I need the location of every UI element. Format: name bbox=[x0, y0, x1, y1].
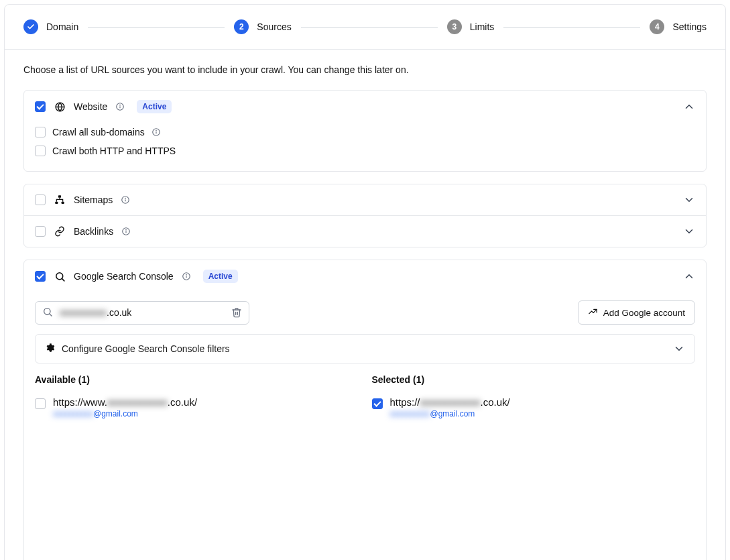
search-icon bbox=[42, 306, 53, 319]
website-panel: Website Active Crawl all sub-domains bbox=[23, 90, 707, 172]
sitemaps-header[interactable]: Sitemaps bbox=[24, 184, 706, 215]
chevron-up-icon[interactable] bbox=[683, 270, 695, 282]
step-line bbox=[503, 27, 640, 27]
chevron-down-icon[interactable] bbox=[683, 225, 695, 237]
step-label: Limits bbox=[470, 21, 495, 32]
crawl-http-https-checkbox[interactable] bbox=[35, 146, 46, 156]
selected-title: Selected (1) bbox=[372, 374, 696, 385]
website-title: Website bbox=[74, 101, 107, 112]
backlinks-header[interactable]: Backlinks bbox=[24, 216, 706, 247]
info-icon[interactable] bbox=[121, 227, 131, 236]
info-icon[interactable] bbox=[115, 102, 125, 111]
svg-point-20 bbox=[186, 274, 186, 275]
crawl-http-https-row[interactable]: Crawl both HTTP and HTTPS bbox=[35, 142, 695, 160]
active-badge: Active bbox=[137, 100, 172, 113]
step-line bbox=[88, 27, 225, 27]
chevron-down-icon[interactable] bbox=[683, 194, 695, 206]
selected-column: Selected (1) https://xxxxxxxxxxxx.co.uk/… bbox=[372, 374, 696, 550]
svg-point-15 bbox=[126, 229, 127, 230]
gsc-search-value[interactable]: xxxxxxxxxx.co.uk bbox=[60, 307, 225, 318]
svg-rect-7 bbox=[58, 195, 61, 197]
gsc-toolbar: xxxxxxxxxx.co.uk Add Google account bbox=[24, 292, 706, 334]
search-icon bbox=[54, 270, 66, 282]
trend-icon bbox=[588, 306, 598, 319]
gsc-configure-filters-label: Configure Google Search Console filters bbox=[62, 343, 230, 354]
crawl-subdomains-row[interactable]: Crawl all sub-domains bbox=[35, 123, 695, 142]
info-icon[interactable] bbox=[182, 272, 191, 281]
active-badge: Active bbox=[203, 270, 238, 283]
website-panel-header[interactable]: Website Active bbox=[24, 91, 706, 123]
crawl-http-https-label: Crawl both HTTP and HTTPS bbox=[52, 146, 176, 156]
step-limits[interactable]: 3 Limits bbox=[447, 19, 495, 34]
wizard-stepper: Domain 2 Sources 3 Limits 4 Settings bbox=[5, 5, 725, 49]
selected-property-checkbox[interactable] bbox=[372, 398, 383, 409]
sitemaps-checkbox[interactable] bbox=[35, 194, 46, 205]
secondary-sources-panel: Sitemaps Backlinks bbox=[23, 184, 707, 247]
crawl-subdomains-checkbox[interactable] bbox=[35, 127, 46, 137]
selected-property-row[interactable]: https://xxxxxxxxxxxx.co.uk/ xxxxxxxxxx@g… bbox=[372, 396, 696, 418]
svg-point-12 bbox=[125, 198, 126, 199]
available-property-url: https://www.xxxxxxxxxxxx.co.uk/ bbox=[53, 396, 197, 409]
backlinks-title: Backlinks bbox=[74, 226, 113, 237]
intro-text: Choose a list of URL sources you want to… bbox=[23, 64, 707, 75]
available-property-checkbox[interactable] bbox=[35, 398, 46, 409]
gsc-checkbox[interactable] bbox=[35, 271, 46, 282]
gsc-configure-filters[interactable]: Configure Google Search Console filters bbox=[35, 334, 695, 363]
trash-icon[interactable] bbox=[231, 307, 242, 318]
info-icon[interactable] bbox=[151, 127, 161, 137]
sitemaps-title: Sitemaps bbox=[74, 194, 113, 205]
link-icon bbox=[54, 225, 66, 237]
svg-point-3 bbox=[120, 105, 121, 105]
website-panel-body: Crawl all sub-domains Crawl both HTTP an… bbox=[24, 123, 706, 171]
globe-icon bbox=[54, 101, 66, 113]
gear-icon bbox=[45, 343, 55, 355]
content-area: Choose a list of URL sources you want to… bbox=[5, 50, 725, 560]
svg-point-6 bbox=[156, 130, 156, 131]
step-label: Settings bbox=[672, 21, 707, 32]
svg-line-17 bbox=[62, 278, 64, 281]
chevron-up-icon[interactable] bbox=[683, 101, 695, 113]
website-checkbox[interactable] bbox=[35, 101, 46, 112]
available-column: Available (1) https://www.xxxxxxxxxxxx.c… bbox=[35, 374, 359, 550]
available-title: Available (1) bbox=[35, 374, 359, 385]
crawl-subdomains-label: Crawl all sub-domains bbox=[52, 127, 145, 137]
add-google-account-label: Add Google account bbox=[603, 308, 685, 318]
available-property-row[interactable]: https://www.xxxxxxxxxxxx.co.uk/ xxxxxxxx… bbox=[35, 396, 359, 418]
backlinks-checkbox[interactable] bbox=[35, 226, 46, 237]
step-label: Domain bbox=[46, 21, 78, 32]
step-label: Sources bbox=[257, 21, 291, 32]
info-icon[interactable] bbox=[121, 195, 130, 205]
check-icon bbox=[23, 19, 38, 34]
gsc-columns: Available (1) https://www.xxxxxxxxxxxx.c… bbox=[24, 374, 706, 559]
selected-property-url: https://xxxxxxxxxxxx.co.uk/ bbox=[390, 396, 510, 409]
available-property-email: xxxxxxxxxx@gmail.com bbox=[53, 409, 197, 418]
sitemap-icon bbox=[54, 194, 66, 206]
gsc-panel: Google Search Console Active xxxxxxxxxx.… bbox=[23, 260, 707, 560]
step-line bbox=[301, 27, 438, 27]
add-google-account-button[interactable]: Add Google account bbox=[578, 300, 695, 325]
step-number-icon: 3 bbox=[447, 19, 462, 34]
step-domain[interactable]: Domain bbox=[23, 19, 78, 34]
svg-rect-8 bbox=[55, 202, 58, 204]
gsc-search-input-wrap[interactable]: xxxxxxxxxx.co.uk bbox=[35, 301, 249, 325]
step-sources[interactable]: 2 Sources bbox=[234, 19, 291, 34]
svg-line-22 bbox=[50, 313, 52, 315]
selected-property-email: xxxxxxxxxx@gmail.com bbox=[390, 409, 510, 418]
chevron-down-icon[interactable] bbox=[673, 343, 685, 355]
step-number-icon: 4 bbox=[650, 19, 664, 34]
gsc-header[interactable]: Google Search Console Active bbox=[24, 260, 706, 292]
page-container: Domain 2 Sources 3 Limits 4 Settings Cho… bbox=[4, 4, 726, 560]
step-number-icon: 2 bbox=[234, 19, 249, 34]
gsc-title: Google Search Console bbox=[74, 271, 174, 282]
step-settings[interactable]: 4 Settings bbox=[650, 19, 707, 34]
svg-rect-9 bbox=[62, 202, 64, 204]
